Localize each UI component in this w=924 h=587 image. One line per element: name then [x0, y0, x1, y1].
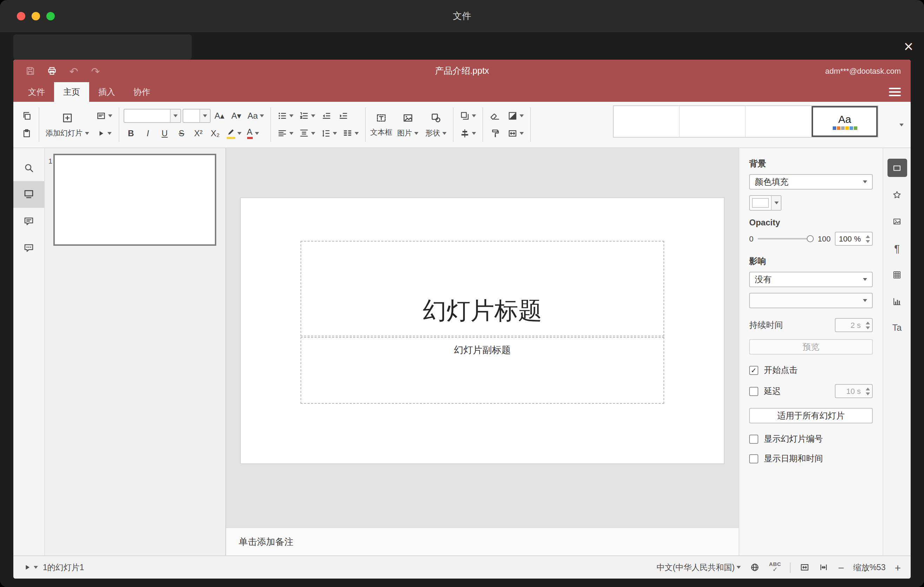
print-button[interactable] — [45, 64, 59, 78]
subscript-button[interactable]: X₂ — [208, 126, 223, 141]
insert-image-button[interactable] — [400, 110, 415, 126]
spellcheck-button[interactable]: ABC ✓ — [769, 562, 781, 573]
undo-button[interactable]: ↶ — [67, 64, 81, 78]
tab-insert[interactable]: 插入 — [89, 82, 124, 102]
chart-settings-button[interactable] — [883, 288, 911, 315]
decrement-font-button[interactable]: A▾ — [229, 108, 244, 124]
paragraph-settings-button[interactable]: ¶ — [883, 234, 911, 261]
theme-item-4-selected[interactable]: Aa — [812, 106, 878, 137]
line-spacing-button[interactable] — [319, 126, 339, 141]
font-name-combo[interactable] — [123, 109, 181, 123]
close-window-button[interactable] — [17, 12, 25, 20]
close-icon[interactable]: × — [899, 36, 918, 56]
align-shape-button[interactable] — [457, 126, 478, 141]
insert-textbox-button[interactable] — [373, 110, 389, 126]
slide-settings-button[interactable] — [883, 155, 911, 181]
copy-style-button[interactable] — [487, 126, 502, 141]
theme-item-2[interactable] — [680, 106, 746, 137]
fit-to-width-button[interactable] — [819, 562, 829, 572]
add-slide-label-button[interactable]: 添加幻灯片 — [43, 128, 91, 139]
slides-panel-button[interactable] — [13, 181, 44, 208]
underline-button[interactable]: U — [157, 126, 172, 141]
delay-checkbox-unchecked[interactable] — [749, 386, 758, 396]
zoom-window-button[interactable] — [46, 12, 55, 20]
search-button[interactable] — [13, 155, 44, 181]
color-scheme-button[interactable] — [505, 108, 526, 124]
slide-size-button[interactable] — [505, 126, 526, 141]
color-dropdown[interactable] — [771, 196, 781, 210]
slide-thumbnail-selected[interactable] — [55, 155, 215, 244]
opacity-spinner[interactable]: 100 % — [835, 232, 873, 246]
step-up-icon[interactable] — [865, 235, 870, 238]
bold-button[interactable]: B — [123, 126, 139, 141]
change-layout-button[interactable] — [94, 108, 114, 124]
horizontal-align-button[interactable] — [275, 126, 295, 141]
copy-button[interactable] — [19, 108, 35, 124]
insert-shape-button[interactable] — [428, 110, 444, 126]
transition-effect-select[interactable]: 没有 — [749, 272, 873, 287]
bullets-button[interactable] — [275, 108, 295, 124]
delay-spinner[interactable]: 10 s — [835, 384, 873, 398]
step-down-icon[interactable] — [865, 240, 870, 242]
tab-collaboration[interactable]: 协作 — [124, 82, 159, 102]
slider-handle[interactable] — [807, 235, 813, 242]
effect-variant-select[interactable] — [749, 293, 873, 308]
image-settings-button[interactable] — [883, 208, 911, 234]
spinner-steppers[interactable] — [863, 385, 872, 397]
minimize-window-button[interactable] — [31, 12, 40, 20]
font-name-dropdown[interactable] — [170, 110, 180, 122]
step-down-icon[interactable] — [865, 392, 870, 395]
increment-font-button[interactable]: A▴ — [212, 108, 227, 124]
text-art-settings-button[interactable]: Ta — [883, 315, 911, 341]
fill-color-picker[interactable] — [749, 195, 782, 211]
opacity-slider[interactable] — [757, 238, 813, 239]
shape-settings-button[interactable] — [883, 181, 911, 208]
superscript-button[interactable]: X² — [191, 126, 206, 141]
save-button[interactable] — [23, 64, 37, 78]
font-size-dropdown[interactable] — [199, 110, 210, 122]
start-slideshow-status-button[interactable] — [23, 563, 38, 572]
slide-title-placeholder[interactable]: 幻灯片标题 — [300, 241, 664, 336]
strikethrough-button[interactable]: S — [174, 126, 189, 141]
clear-style-button[interactable] — [487, 108, 502, 124]
font-size-combo[interactable] — [182, 109, 210, 123]
notes-area[interactable]: 单击添加备注 — [226, 527, 739, 556]
document-language-button[interactable] — [750, 562, 760, 572]
paste-button[interactable] — [19, 126, 35, 141]
step-up-icon[interactable] — [865, 321, 870, 324]
slide-canvas[interactable]: 幻灯片标题 幻灯片副标题 — [240, 197, 724, 464]
font-color-button[interactable]: A — [245, 126, 261, 141]
insert-shape-label-button[interactable]: 形状 — [423, 128, 448, 139]
vertical-align-button[interactable] — [297, 126, 317, 141]
apply-to-all-slides-button[interactable]: 适用于所有幻灯片 — [749, 408, 873, 424]
theme-item-3[interactable] — [746, 106, 812, 137]
theme-item-1[interactable] — [614, 106, 680, 137]
arrange-shape-button[interactable] — [457, 108, 478, 124]
decrease-indent-button[interactable] — [319, 108, 334, 124]
start-slideshow-button[interactable] — [94, 126, 114, 141]
show-slide-number-checkbox-unchecked[interactable] — [749, 435, 758, 444]
comments-button[interactable] — [13, 208, 44, 234]
tab-file[interactable]: 文件 — [19, 82, 54, 102]
insert-image-label-button[interactable]: 图片 — [395, 128, 420, 139]
change-case-button[interactable]: Aa — [246, 108, 266, 124]
numbering-button[interactable] — [297, 108, 317, 124]
zoom-out-button[interactable]: − — [838, 562, 844, 572]
italic-button[interactable]: I — [140, 126, 155, 141]
step-up-icon[interactable] — [865, 387, 870, 390]
language-selector[interactable]: 中文(中华人民共和国) — [657, 562, 741, 572]
preview-button[interactable]: 预览 — [749, 339, 873, 355]
feedback-button[interactable] — [13, 234, 44, 261]
add-slide-button[interactable] — [60, 110, 75, 126]
spinner-steppers[interactable] — [863, 232, 872, 245]
step-down-icon[interactable] — [865, 326, 870, 329]
highlight-color-button[interactable] — [224, 126, 243, 141]
slide-subtitle-placeholder[interactable]: 幻灯片副标题 — [300, 337, 664, 404]
spinner-steppers[interactable] — [863, 319, 872, 331]
columns-button[interactable] — [340, 126, 361, 141]
show-date-time-checkbox-unchecked[interactable] — [749, 454, 758, 463]
zoom-in-button[interactable]: + — [894, 562, 901, 572]
hamburger-menu-icon[interactable] — [889, 88, 901, 96]
background-fill-select[interactable]: 颜色填充 — [749, 174, 873, 190]
start-on-click-checkbox-checked[interactable]: ✓ — [749, 366, 758, 375]
